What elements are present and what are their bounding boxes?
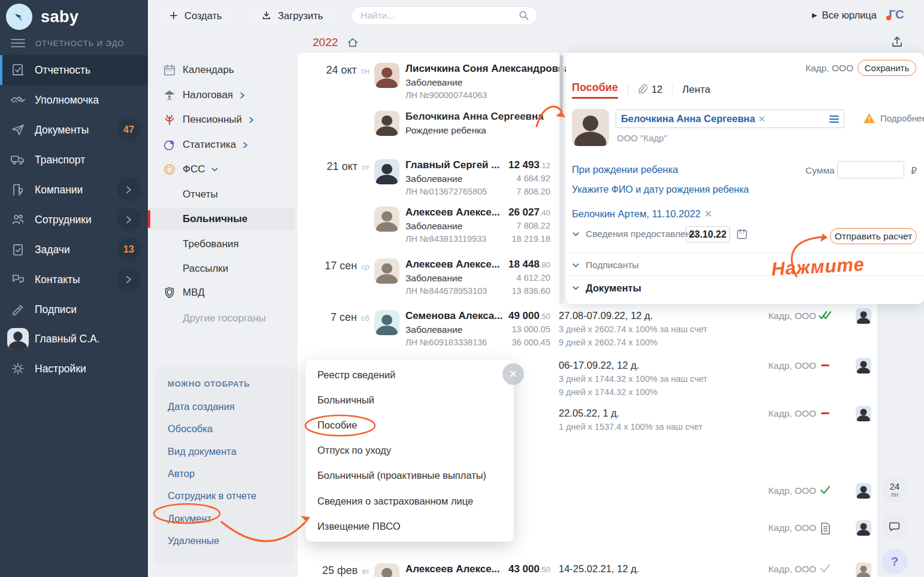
chat-button[interactable] [881, 514, 908, 540]
org-switcher[interactable]: ▶ Все юрлица [812, 10, 877, 21]
menu-item-proactive[interactable]: Больничный (проактивные выплаты) [317, 470, 486, 481]
sidebar-item-transport[interactable]: Транспорт [0, 145, 148, 175]
search-input[interactable]: Найти... [351, 6, 538, 25]
filter-author[interactable]: Автор [168, 468, 195, 479]
home-icon[interactable] [346, 36, 359, 49]
pay-detail: 9 дней х 1744.32 х 100% [559, 387, 658, 397]
nav-item-tax[interactable]: Налоговая [148, 84, 295, 107]
employee-avatar [374, 259, 399, 284]
sidebar-item-employees[interactable]: Сотрудники [0, 205, 148, 235]
sidebar-item-signatures[interactable]: Подписи [0, 294, 148, 324]
chevron-right-icon[interactable] [117, 268, 141, 291]
filter-employee[interactable]: Сотрудник в отчете [168, 490, 256, 502]
sidebar-item-authority[interactable]: Уполномочка [0, 85, 148, 115]
menu-item-care-leave[interactable]: Отпуск по уходу [317, 445, 391, 456]
report-icon [10, 63, 26, 77]
save-button[interactable]: Сохранить [858, 60, 916, 76]
hamburger-icon [11, 39, 25, 47]
section-provided[interactable]: Сведения предоставлены [572, 229, 698, 239]
amount-total: 26 027.40 [477, 206, 550, 218]
benefit-type-link[interactable]: При рождении ребенка [572, 164, 678, 175]
provided-date-input[interactable]: 23.10.22 [686, 226, 730, 242]
responsible-avatar[interactable] [856, 483, 871, 499]
tab-attachments[interactable]: 12 [638, 84, 662, 95]
warning-more-link[interactable]: Подробнее [863, 113, 924, 124]
child-hint-link[interactable]: Укажите ФИО и дату рождения ребенка [572, 184, 749, 195]
chevron-right-icon [239, 92, 246, 99]
clear-icon[interactable]: ✕ [758, 114, 766, 124]
chat-bubble-icon [888, 520, 901, 533]
datepicker-icon[interactable] [736, 228, 748, 242]
handshake-icon [10, 93, 26, 107]
chevron-right-icon[interactable] [117, 178, 141, 202]
list-select-icon[interactable] [829, 116, 839, 123]
sidebar-item-reports[interactable]: Отчетность [0, 55, 148, 85]
nav-item-mvd[interactable]: МВД [148, 281, 295, 304]
amount-total: 43 000.50 [477, 563, 550, 575]
chevron-right-icon[interactable] [117, 208, 141, 232]
amount-input[interactable] [837, 161, 904, 178]
product-switcher[interactable]: ОТЧЕТНОСТЬ И ЭДО [0, 35, 148, 51]
employee-name-field[interactable]: Белочкина Анна Сергеевна ✕ [616, 110, 844, 128]
nav-item-fss-reports[interactable]: Отчеты [148, 183, 295, 206]
brand-logo[interactable]: saby [6, 4, 79, 30]
child-value[interactable]: Белочкин Артем, 11.10.2022✕ [572, 208, 713, 220]
responsible-avatar[interactable] [856, 520, 871, 536]
export-icon[interactable] [890, 35, 904, 51]
nav-item-requirements[interactable]: Требования [148, 233, 295, 256]
remove-child-icon[interactable]: ✕ [704, 208, 713, 219]
sidebar-item-companies[interactable]: Компании [0, 175, 148, 205]
send-calculation-button[interactable]: Отправить расчет [830, 228, 917, 244]
menu-item-sick-leave[interactable]: Больничный [317, 394, 374, 406]
responsible-avatar[interactable] [856, 406, 871, 421]
nav-item-calendar[interactable]: Календарь [148, 59, 295, 81]
list-row[interactable]: 25 феввт Алексеев Алексе... Заболевание … [298, 561, 877, 577]
amount-part: 18 219.18 [477, 234, 550, 244]
menu-item-registry[interactable]: Реестр сведений [317, 369, 395, 381]
nav-item-mailouts[interactable]: Рассылки [148, 257, 295, 280]
nav-item-pension[interactable]: Пенсионный [148, 108, 295, 131]
filter-document[interactable]: Документ [168, 513, 211, 524]
calendar-date-button[interactable]: 24 пн [881, 476, 908, 503]
sidebar-item-settings[interactable]: Настройки [0, 354, 148, 384]
people-icon [10, 212, 26, 227]
scrollbar-thumb[interactable] [560, 55, 563, 115]
responsible-avatar[interactable] [856, 563, 871, 577]
search-icon[interactable] [518, 10, 530, 22]
sidebar-item-documents[interactable]: Документы 47 [0, 115, 148, 145]
close-icon[interactable]: ✕ [502, 363, 524, 385]
upload-button[interactable]: Загрузить [249, 5, 335, 26]
panel-org-label[interactable]: Кадр, ООО [805, 63, 853, 74]
gs-logo[interactable]: ГС [889, 8, 904, 22]
list-scrollbar[interactable] [559, 53, 564, 304]
filter-deleted[interactable]: Удаленные [168, 535, 219, 546]
sidebar-item-contacts[interactable]: Контакты [0, 265, 148, 294]
nav-item-statistics[interactable]: Статистика [148, 133, 295, 156]
create-button[interactable]: Создать [157, 5, 234, 26]
section-signers[interactable]: Подписанты [572, 260, 639, 271]
year-label[interactable]: 2022 [313, 36, 338, 49]
help-button[interactable]: ? [881, 548, 908, 575]
saby-bird-icon [6, 4, 32, 30]
user-avatar [7, 328, 29, 350]
nav-item-sick-leaves[interactable]: Больничные [148, 208, 295, 230]
menu-item-pvso-notice[interactable]: Извещение ПВСО [317, 521, 401, 532]
filter-creation-date[interactable]: Дата создания [168, 401, 235, 412]
employee-org-label: ООО "Кадр" [617, 133, 667, 143]
menu-item-insured-info[interactable]: Сведения о застрахованном лице [317, 496, 473, 507]
nav-item-fss[interactable]: ФСС [148, 158, 295, 181]
responsible-avatar[interactable] [856, 308, 871, 324]
sidebar-item-profile[interactable]: Главный С.А. [0, 324, 148, 354]
filter-branch[interactable]: Обособка [168, 423, 213, 435]
tab-benefit[interactable]: Пособие [572, 81, 618, 98]
amount-total: 49 000.50 [477, 310, 550, 322]
section-documents[interactable]: Документы [572, 283, 641, 294]
nav-item-other-agencies[interactable]: Другие госорганы [148, 307, 295, 330]
list-row[interactable]: 7 сенсб Семенова Алекса... Заболевание Л… [298, 310, 877, 358]
menu-item-benefit[interactable]: Пособие [317, 420, 358, 431]
responsible-avatar[interactable] [856, 358, 871, 373]
tab-feed[interactable]: Лента [682, 84, 710, 96]
sidebar-item-tasks[interactable]: Задачи 13 [0, 235, 148, 265]
usb-signature-icon [10, 302, 26, 317]
filter-doc-kind[interactable]: Вид документа [168, 446, 237, 457]
